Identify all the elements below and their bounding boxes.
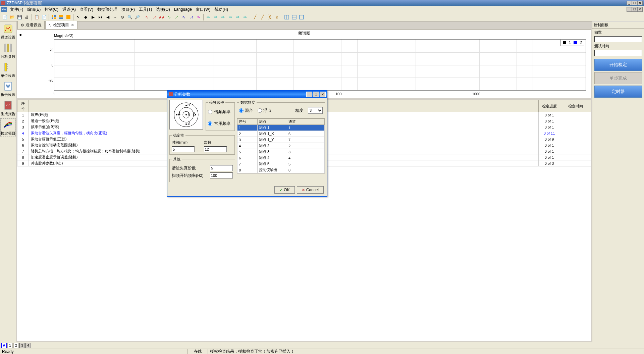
tbtn-open[interactable]: 📂: [9, 14, 15, 20]
channel-row[interactable]: 6测点 44: [237, 155, 325, 161]
tbtn-paste[interactable]: 📄: [41, 14, 47, 20]
step-complete-button[interactable]: 单步完成: [594, 72, 642, 84]
tbtn-wave3[interactable]: ∧∧: [158, 14, 165, 20]
radio-float[interactable]: [258, 108, 262, 113]
tbtn-layout3[interactable]: [65, 14, 72, 20]
count-input[interactable]: [204, 146, 227, 152]
channel-table-container[interactable]: 序号 测点 通道 1测点 112测点 1_X63测点 1_Y74测点 225测点…: [237, 118, 325, 174]
sidebar-unit-settings[interactable]: 单位设置: [0, 61, 16, 79]
tbtn-layout1[interactable]: [50, 14, 57, 20]
sweep-start-freq-input[interactable]: [210, 172, 233, 179]
tbtn-arrow5[interactable]: ⇨: [234, 14, 241, 20]
menu-channel[interactable]: 通道(A): [60, 6, 78, 13]
tbtn-line4[interactable]: ⦻: [274, 14, 280, 20]
menu-control[interactable]: 控制(C): [43, 6, 60, 13]
channel-row[interactable]: 8控制仪输出8: [237, 167, 325, 173]
spectrum-chart[interactable]: ● 频谱图 Mag(m/s^2) 1 2 20 0 -20 1 10 100 1: [17, 30, 591, 98]
start-calibration-button[interactable]: 开始检定: [594, 59, 642, 71]
test-time-input[interactable]: [594, 50, 642, 56]
ok-button[interactable]: OK: [274, 186, 294, 194]
tbtn-save[interactable]: 💾: [16, 14, 23, 20]
channel-row[interactable]: 5测点 33: [237, 149, 325, 155]
minimize-button[interactable]: _: [627, 1, 632, 5]
menu-language[interactable]: Language: [172, 6, 194, 12]
tbtn-wave5[interactable]: ⩘: [173, 14, 180, 20]
tbtn-arrow2[interactable]: ⇨: [212, 14, 219, 20]
sidebar-calibration-items[interactable]: 检定项目: [0, 118, 16, 137]
radio-octave[interactable]: [208, 110, 212, 114]
tbtn-arrow4[interactable]: ⇨: [227, 14, 234, 20]
menu-preprocess[interactable]: 数据预处理: [95, 6, 119, 13]
tab-channel-settings[interactable]: ⚙通道设置: [17, 21, 45, 29]
dialog-maximize[interactable]: □: [313, 92, 319, 97]
sidebar-report-settings[interactable]: W报告设置: [0, 80, 16, 98]
tbtn-grid1[interactable]: [283, 14, 290, 20]
menu-file[interactable]: 文件(F): [8, 6, 25, 13]
tbtn-print[interactable]: 🖨: [23, 14, 30, 20]
menu-view[interactable]: 查看(V): [78, 6, 95, 13]
btab-3[interactable]: 3: [19, 343, 25, 348]
channel-row[interactable]: 2测点 1_X6: [237, 131, 325, 137]
col-time[interactable]: 检定时间: [560, 100, 591, 112]
dialog-minimize[interactable]: _: [306, 92, 312, 97]
cancel-button[interactable]: Cancel: [297, 186, 324, 194]
harmonic-order-input[interactable]: [210, 165, 233, 171]
tbtn-grid2[interactable]: [291, 14, 298, 20]
tbtn-wave4[interactable]: ∿: [166, 14, 172, 20]
sidebar-generate-report[interactable]: 生成报告: [0, 99, 16, 117]
tbtn-arrow3[interactable]: ⇨: [220, 14, 226, 20]
tbtn-line2[interactable]: ╱: [259, 14, 266, 20]
time-input[interactable]: [172, 146, 195, 152]
channel-row[interactable]: 3测点 1_Y7: [237, 137, 325, 143]
chart-plot-area[interactable]: [54, 39, 586, 91]
tbtn-wave2[interactable]: ⩘: [151, 14, 158, 20]
tbtn-arrow6[interactable]: ⇨: [242, 14, 249, 20]
menu-edit[interactable]: 编辑(E): [25, 6, 43, 13]
radio-mixed[interactable]: [239, 108, 244, 113]
col-progress[interactable]: 检定进度: [539, 100, 560, 112]
tbtn-target[interactable]: ⊙: [119, 14, 126, 20]
tbtn-copy[interactable]: 📋: [33, 14, 40, 20]
sidebar-channel-settings[interactable]: 通道设置: [0, 23, 16, 41]
tbtn-wave8[interactable]: ∿: [195, 14, 202, 20]
tbtn-rec[interactable]: ◀: [104, 14, 111, 20]
menu-tools[interactable]: 工具(T): [137, 6, 154, 13]
tbtn-layout2[interactable]: [58, 14, 64, 20]
btab-1[interactable]: 1: [7, 343, 13, 348]
timer-button[interactable]: 定时器: [594, 86, 642, 98]
radio-fixed[interactable]: [208, 121, 212, 126]
menu-window[interactable]: 窗口(W): [194, 6, 212, 13]
btab-a[interactable]: A: [1, 343, 7, 348]
tbtn-cursor[interactable]: ↖: [75, 14, 82, 20]
tbtn-wave6[interactable]: ∿: [180, 14, 187, 20]
close-icon[interactable]: ✕: [70, 23, 74, 27]
tbtn-new[interactable]: 📄: [1, 14, 8, 20]
tab-calibration-items[interactable]: ∿检定项目✕: [45, 21, 77, 29]
channel-row[interactable]: 1测点 11: [237, 125, 325, 131]
btab-4[interactable]: 4: [25, 343, 31, 348]
tbtn-play[interactable]: ▶: [90, 14, 96, 20]
channel-row[interactable]: 7测点 55: [237, 161, 325, 167]
precision-select[interactable]: 3: [308, 107, 323, 114]
col-seq[interactable]: 序号: [17, 100, 29, 112]
axis-count-input[interactable]: [594, 36, 642, 42]
tbtn-stretch[interactable]: ↔: [112, 14, 118, 20]
tbtn-line1[interactable]: ╱: [252, 14, 258, 20]
tbtn-prev[interactable]: ◆: [82, 14, 89, 20]
menu-project[interactable]: 项目(P): [119, 6, 137, 13]
dialog-titlebar[interactable]: 分析参数 _ □ ✕: [167, 91, 327, 98]
dialog-close[interactable]: ✕: [320, 92, 326, 97]
mdi-minimize-button[interactable]: _: [627, 7, 632, 12]
channel-row[interactable]: 4测点 22: [237, 143, 325, 149]
tbtn-wave7[interactable]: ⩘: [188, 14, 195, 20]
tbtn-rewind[interactable]: ⏮: [97, 14, 104, 20]
mdi-restore-button[interactable]: ❐: [632, 7, 637, 12]
tbtn-grid3[interactable]: [298, 14, 305, 20]
btab-2[interactable]: 2: [13, 343, 19, 348]
tbtn-wave1[interactable]: ∿: [144, 14, 150, 20]
menu-options[interactable]: 选项(O): [154, 6, 172, 13]
menu-help[interactable]: 帮助(H): [212, 6, 230, 13]
tbtn-arrow1[interactable]: ⇨: [205, 14, 212, 20]
tbtn-zoomout[interactable]: 🔎: [134, 14, 141, 20]
tbtn-zoom[interactable]: 🔍: [126, 14, 133, 20]
